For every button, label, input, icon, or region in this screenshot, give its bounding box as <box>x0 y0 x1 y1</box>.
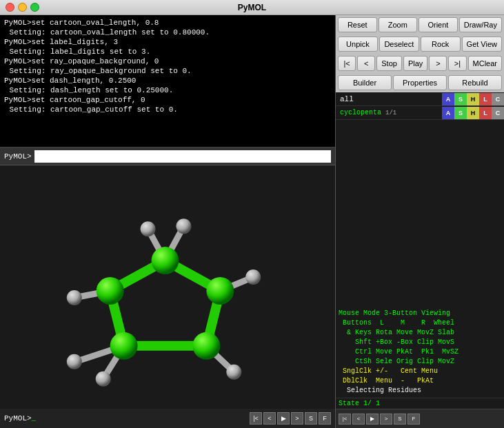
draw-ray-button[interactable]: Draw/Ray <box>459 17 502 32</box>
svg-point-23 <box>67 354 82 369</box>
rock-button[interactable]: Rock <box>421 37 461 52</box>
info-line: Ctrl Move PkAt Pk1 MvSZ <box>339 347 501 357</box>
obj-btn-all-l[interactable]: L <box>479 93 492 105</box>
close-button[interactable] <box>6 3 14 12</box>
bottom-cursor: _ <box>32 414 37 422</box>
console-line: Setting: ray_opaque_background set to 0. <box>4 66 331 76</box>
unpick-button[interactable]: Unpick <box>338 37 378 52</box>
get-view-button[interactable]: Get View <box>462 37 502 52</box>
state-label: State <box>339 400 359 407</box>
orient-button[interactable]: Orient <box>419 17 458 32</box>
play-button[interactable]: Play <box>403 56 427 71</box>
svg-point-13 <box>152 247 179 274</box>
obj-btn-all-a[interactable]: A <box>442 93 454 105</box>
svg-point-17 <box>97 277 124 305</box>
command-bar: PyMOL> <box>0 147 335 165</box>
console-line: Setting: dash_length set to 0.25000. <box>4 85 331 95</box>
goto-end-button[interactable]: >| <box>448 56 466 71</box>
info-line: & Keys Rota Move MovZ Slab <box>339 328 501 338</box>
minimize-button[interactable] <box>18 3 27 12</box>
rpb-fast[interactable]: F <box>407 414 420 425</box>
info-line: CtSh Sele Orig Clip MovZ <box>339 357 501 367</box>
info-line: Buttons L M R Wheel <box>339 318 501 328</box>
obj-btn-cyclopenta-h[interactable]: H <box>467 107 479 119</box>
goto-start-button[interactable]: |< <box>338 56 356 71</box>
svg-point-14 <box>206 277 234 305</box>
zoom-button[interactable]: Zoom <box>379 17 418 32</box>
title-bar: PyMOL <box>0 0 504 15</box>
properties-button[interactable]: Properties <box>393 75 447 90</box>
deselect-button[interactable]: Deselect <box>379 37 419 52</box>
rpb-prev[interactable]: < <box>352 414 365 425</box>
obj-btn-cyclopenta-a[interactable]: A <box>442 107 454 119</box>
button-row-1: Reset Zoom Orient Draw/Ray <box>336 15 504 34</box>
bottom-bar: PyMOL> _ |< < ▶ > S F <box>0 409 335 428</box>
window-title: PyMOL <box>238 3 266 12</box>
obj-btn-all-h[interactable]: H <box>467 93 479 105</box>
obj-btn-cyclopenta-l[interactable]: L <box>479 107 492 119</box>
rpb-goto-start[interactable]: |< <box>339 414 351 425</box>
rpb-next[interactable]: > <box>380 414 392 425</box>
svg-point-19 <box>176 218 191 234</box>
console-line: Setting: cartoon_oval_length set to 0.80… <box>4 28 331 37</box>
object-name-cyclopenta: cyclopenta 1/1 <box>336 109 442 116</box>
svg-rect-0 <box>0 165 335 408</box>
pb-play-pause[interactable]: ▶ <box>277 412 290 425</box>
svg-point-22 <box>96 371 111 387</box>
svg-point-15 <box>192 332 220 360</box>
next-button[interactable]: > <box>429 56 447 71</box>
svg-point-24 <box>67 290 82 305</box>
reset-button[interactable]: Reset <box>338 17 377 32</box>
bottom-prompt-label: PyMOL> <box>4 414 32 422</box>
console-line: PyMOL>set dash_length, 0.2500 <box>4 76 331 85</box>
info-line: Mouse Mode 3-Button Viewing <box>339 309 501 318</box>
pb-prev[interactable]: < <box>263 412 276 425</box>
command-input[interactable] <box>34 150 331 163</box>
svg-point-20 <box>245 269 261 285</box>
right-bottom-controls: |< < ▶ > S F <box>336 409 504 428</box>
obj-btn-cyclopenta-s[interactable]: S <box>454 107 467 119</box>
mclear-button[interactable]: MClear <box>468 56 502 71</box>
stop-button[interactable]: Stop <box>376 56 402 71</box>
button-row-2: Unpick Deselect Rock Get View <box>336 34 504 54</box>
info-line: Selecting Residues <box>339 386 501 396</box>
console-line: PyMOL>set label_digits, 3 <box>4 37 331 47</box>
pb-next[interactable]: > <box>291 412 303 425</box>
pb-goto-start[interactable]: |< <box>250 412 262 425</box>
info-line: DblClk Menu - PkAt <box>339 376 501 386</box>
obj-btn-all-c[interactable]: C <box>492 93 504 105</box>
main-layout: PyMOL>set cartoon_oval_length, 0.8 Setti… <box>0 15 504 428</box>
window-controls[interactable] <box>6 3 39 12</box>
playback-controls: |< < ▶ > S F <box>250 412 331 425</box>
console-line: Setting: cartoon_gap_cutoff set to 0. <box>4 105 331 114</box>
right-panel: Reset Zoom Orient Draw/Ray Unpick Desele… <box>336 15 504 428</box>
molecule-canvas <box>0 165 335 409</box>
pb-slow[interactable]: S <box>305 412 317 425</box>
console-output: PyMOL>set cartoon_oval_length, 0.8 Setti… <box>0 15 335 147</box>
command-prompt-label: PyMOL> <box>4 152 32 161</box>
rebuild-button[interactable]: Rebuild <box>448 75 502 90</box>
state-value: 1/ 1 <box>363 400 380 407</box>
object-list: all A S H L C cyclopenta 1/1 A S H L C <box>336 92 504 307</box>
console-line: PyMOL>set cartoon_oval_length, 0.8 <box>4 18 331 28</box>
rpb-play[interactable]: ▶ <box>366 414 379 425</box>
viewport[interactable] <box>0 165 335 409</box>
left-panel: PyMOL>set cartoon_oval_length, 0.8 Setti… <box>0 15 336 428</box>
prev-button[interactable]: < <box>357 56 375 71</box>
pb-fast[interactable]: F <box>319 412 331 425</box>
object-name-all: all <box>336 95 442 103</box>
rpb-slow[interactable]: S <box>394 414 406 425</box>
info-line: Shft +Box -Box Clip MovS <box>339 338 501 347</box>
info-panel: Mouse Mode 3-Button Viewing Buttons L M … <box>336 307 504 398</box>
object-row-all: all A S H L C <box>336 92 504 106</box>
maximize-button[interactable] <box>30 3 39 12</box>
builder-button[interactable]: Builder <box>338 75 392 90</box>
info-line: SnglClk +/- Cent Menu <box>339 367 501 376</box>
button-row-4: Builder Properties Rebuild <box>336 73 504 92</box>
svg-point-16 <box>110 332 138 360</box>
console-line: PyMOL>set cartoon_gap_cutoff, 0 <box>4 95 331 105</box>
button-row-3: |< < Stop Play > >| MClear <box>336 54 504 73</box>
obj-btn-all-s[interactable]: S <box>454 93 467 105</box>
obj-btn-cyclopenta-c[interactable]: C <box>492 107 504 119</box>
object-row-cyclopenta: cyclopenta 1/1 A S H L C <box>336 106 504 120</box>
